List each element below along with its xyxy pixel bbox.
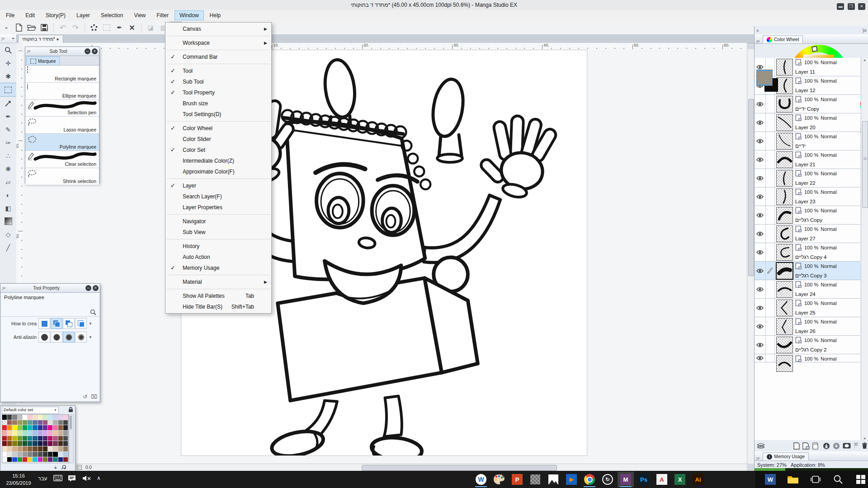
color-swatch[interactable]	[7, 415, 12, 420]
color-swatch[interactable]	[18, 425, 23, 431]
color-swatch[interactable]	[33, 431, 38, 436]
tool-airbrush[interactable]: ∴	[0, 149, 16, 162]
color-swatch[interactable]	[63, 452, 68, 457]
color-swatch[interactable]	[43, 452, 48, 457]
subtool-item-rectangle-marquee[interactable]: Rectangle marquee	[25, 66, 99, 83]
menu-item-sub-view[interactable]: Sub View	[165, 227, 271, 238]
color-swatch[interactable]	[7, 457, 12, 463]
color-swatch[interactable]	[48, 420, 53, 426]
new-layer-icon[interactable]	[793, 442, 800, 450]
color-swatch[interactable]	[63, 431, 68, 436]
color-swatch[interactable]	[53, 420, 58, 426]
tool-blend[interactable]: ◐	[0, 188, 16, 202]
menu-item-color-set[interactable]: Color Set✓	[165, 145, 271, 155]
subtool-item-lasso-marquee[interactable]: Lasso marquee	[25, 117, 99, 134]
color-swatch[interactable]	[18, 452, 23, 457]
color-swatch[interactable]	[43, 425, 48, 431]
transfer-down-icon[interactable]	[833, 442, 840, 450]
tool-eraser[interactable]: ▱	[0, 175, 16, 188]
taskbar-movies-app[interactable]: ▶	[563, 472, 580, 487]
chevron-up-icon[interactable]: ∧	[97, 475, 101, 481]
taskbar-search[interactable]	[830, 472, 846, 487]
canvas-vertical-scrollbar[interactable]	[747, 49, 755, 464]
menu-filter[interactable]: Filter	[151, 10, 174, 20]
menu-item-sub-tool[interactable]: Sub Tool✓	[165, 76, 271, 87]
menu-item-tool-property[interactable]: Tool Property✓	[165, 87, 271, 98]
layer-name[interactable]: Layer 12	[795, 88, 816, 93]
color-swatch[interactable]	[38, 436, 43, 441]
color-swatch[interactable]	[53, 425, 58, 431]
clear-selection-icon[interactable]: ✒	[113, 22, 125, 33]
taskbar-manga-studio[interactable]: M	[618, 472, 634, 487]
close-icon[interactable]: ×	[93, 285, 99, 291]
color-swatch[interactable]	[2, 420, 7, 426]
layer-visibility-eye-icon[interactable]	[755, 206, 766, 224]
panel-menu-icon[interactable]: )≡	[863, 28, 867, 33]
layer-thumbnail[interactable]	[776, 59, 793, 75]
color-swatch[interactable]	[58, 415, 63, 420]
register-defaults-icon[interactable]: ⌧	[91, 394, 97, 400]
layer-row[interactable]: 100 %NormalLayer 20	[755, 113, 860, 132]
tool-figure[interactable]: ◇	[0, 228, 16, 241]
layer-row[interactable]: 100 %NormalLayer 27	[755, 225, 860, 243]
subtool-item-selection-pen[interactable]: Selection pen	[25, 100, 99, 117]
menu-item-material[interactable]: Material▶	[165, 277, 271, 287]
color-swatch[interactable]	[58, 431, 63, 436]
close-icon[interactable]: ×	[92, 48, 98, 54]
color-swatch[interactable]	[2, 441, 7, 446]
color-swatch[interactable]	[12, 425, 17, 431]
layer-name[interactable]: ידיים	[795, 143, 806, 149]
menu-item-approximate-color-f-[interactable]: Approximate Color(F)	[165, 166, 271, 177]
scrollbar-thumb[interactable]	[862, 121, 868, 208]
palette-menu-icon[interactable]: )≡	[755, 39, 761, 43]
delete-layer-icon[interactable]	[862, 442, 868, 449]
layer-row[interactable]: 100 %NormalLayer 23	[755, 188, 860, 206]
reselect-icon[interactable]	[101, 22, 113, 33]
layer-name[interactable]: רגליים Copy 3	[795, 273, 826, 278]
taskbar-task-view[interactable]	[807, 472, 824, 487]
menu-item-show-all-palettes[interactable]: Show All PalettesTab	[165, 291, 271, 301]
tool-line[interactable]: ╱	[0, 241, 16, 254]
layer-row[interactable]: 100 %NormalLayer 22	[755, 169, 860, 188]
menu-item-brush-size[interactable]: Brush size	[165, 98, 271, 109]
color-swatch[interactable]	[48, 431, 53, 436]
color-swatch[interactable]	[12, 415, 17, 420]
menu-item-workspace[interactable]: Workspace▶	[165, 38, 271, 48]
layer-row[interactable]: 100 %NormalLayer 24	[755, 280, 860, 299]
layer-visibility-eye-icon[interactable]	[755, 169, 766, 187]
deselect-icon[interactable]	[88, 22, 100, 33]
aa-strong-button[interactable]	[75, 332, 87, 343]
color-swatch[interactable]	[63, 436, 68, 441]
layer-visibility-eye-icon[interactable]	[755, 95, 766, 113]
layer-visibility-eye-icon[interactable]	[755, 225, 766, 243]
color-swatch[interactable]	[23, 415, 28, 420]
layer-row[interactable]: 100 %Normalידיים	[755, 132, 860, 150]
color-swatch[interactable]	[38, 446, 43, 452]
color-swatch[interactable]	[2, 425, 7, 431]
tool-eyedropper[interactable]	[0, 97, 16, 110]
layer-thumbnail[interactable]	[776, 318, 793, 335]
color-swatch[interactable]	[23, 446, 28, 452]
layer-mask-create-icon[interactable]	[843, 443, 851, 449]
taskbar-illustrator[interactable]: Ai	[690, 472, 706, 487]
aa-medium-button[interactable]	[63, 332, 75, 343]
palette-menu-icon[interactable]: )≡	[25, 49, 32, 53]
layer-thumbnail[interactable]	[776, 114, 793, 131]
taskbar-powerpoint[interactable]: P	[509, 472, 525, 487]
tool-brush[interactable]: ✑	[0, 136, 16, 149]
volume-muted-icon[interactable]	[82, 475, 91, 482]
layer-thumbnail[interactable]	[776, 151, 793, 168]
color-swatch[interactable]	[58, 425, 63, 431]
scale-rotate-icon[interactable]: ✕	[126, 22, 138, 33]
create-add-button[interactable]	[51, 318, 62, 329]
color-swatch[interactable]	[28, 446, 33, 452]
grid-icon[interactable]	[77, 465, 82, 470]
taskbar-start[interactable]	[853, 472, 868, 487]
color-swatch[interactable]	[28, 425, 33, 431]
color-swatch[interactable]	[43, 415, 48, 420]
color-swatch[interactable]	[43, 457, 48, 463]
touch-keyboard-icon[interactable]	[53, 475, 62, 481]
color-swatch[interactable]	[38, 431, 43, 436]
layer-name[interactable]: Layer 25	[795, 310, 816, 315]
color-swatch[interactable]	[12, 420, 17, 426]
